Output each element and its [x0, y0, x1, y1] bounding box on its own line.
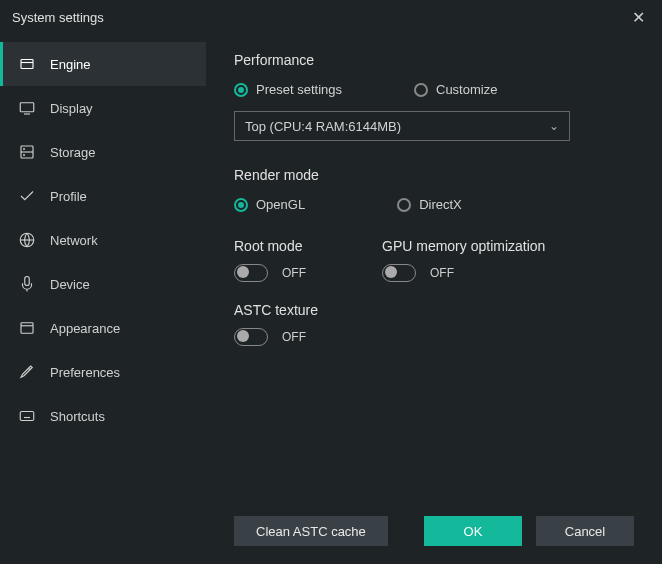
- sidebar-item-profile[interactable]: Profile: [0, 174, 206, 218]
- sidebar-item-engine[interactable]: Engine: [0, 42, 206, 86]
- sidebar-item-label: Network: [50, 233, 98, 248]
- render-radio-row: OpenGL DirectX: [234, 197, 634, 212]
- display-icon: [18, 99, 36, 117]
- svg-rect-13: [20, 412, 34, 421]
- cancel-button[interactable]: Cancel: [536, 516, 634, 546]
- root-mode-state: OFF: [282, 266, 306, 280]
- sidebar-item-device[interactable]: Device: [0, 262, 206, 306]
- preferences-icon: [18, 363, 36, 381]
- radio-circle-icon: [397, 198, 411, 212]
- gpu-optimization-toggle[interactable]: [382, 264, 416, 282]
- device-icon: [18, 275, 36, 293]
- radio-customize[interactable]: Customize: [414, 82, 497, 97]
- profile-icon: [18, 187, 36, 205]
- appearance-icon: [18, 319, 36, 337]
- svg-rect-0: [21, 60, 33, 69]
- radio-circle-icon: [234, 83, 248, 97]
- toggle-knob-icon: [237, 266, 249, 278]
- sidebar-item-label: Display: [50, 101, 93, 116]
- sidebar-item-label: Shortcuts: [50, 409, 105, 424]
- sidebar-item-shortcuts[interactable]: Shortcuts: [0, 394, 206, 438]
- clean-astc-button[interactable]: Clean ASTC cache: [234, 516, 388, 546]
- shortcuts-icon: [18, 407, 36, 425]
- sidebar-item-label: Preferences: [50, 365, 120, 380]
- performance-preset-dropdown[interactable]: Top (CPU:4 RAM:6144MB) ⌄: [234, 111, 570, 141]
- radio-label: Customize: [436, 82, 497, 97]
- sidebar-item-label: Storage: [50, 145, 96, 160]
- svg-point-7: [24, 155, 25, 156]
- sidebar-item-label: Engine: [50, 57, 90, 72]
- engine-icon: [18, 55, 36, 73]
- svg-rect-11: [21, 323, 33, 334]
- content-panel: Performance Preset settings Customize To…: [206, 34, 662, 564]
- radio-circle-icon: [234, 198, 248, 212]
- close-icon: ✕: [632, 8, 645, 27]
- radio-circle-icon: [414, 83, 428, 97]
- sidebar-item-label: Profile: [50, 189, 87, 204]
- radio-label: DirectX: [419, 197, 462, 212]
- sidebar-item-appearance[interactable]: Appearance: [0, 306, 206, 350]
- chevron-down-icon: ⌄: [549, 119, 559, 133]
- gpu-optimization-title: GPU memory optimization: [382, 238, 545, 254]
- window-title: System settings: [12, 10, 104, 25]
- ok-button[interactable]: OK: [424, 516, 522, 546]
- sidebar-item-network[interactable]: Network: [0, 218, 206, 262]
- radio-label: OpenGL: [256, 197, 305, 212]
- svg-rect-2: [20, 103, 34, 112]
- radio-opengl[interactable]: OpenGL: [234, 197, 305, 212]
- sidebar-item-label: Appearance: [50, 321, 120, 336]
- astc-texture-state: OFF: [282, 330, 306, 344]
- astc-texture-title: ASTC texture: [234, 302, 634, 318]
- sidebar-item-storage[interactable]: Storage: [0, 130, 206, 174]
- sidebar-item-display[interactable]: Display: [0, 86, 206, 130]
- root-mode-title: Root mode: [234, 238, 306, 254]
- storage-icon: [18, 143, 36, 161]
- footer: Clean ASTC cache OK Cancel: [234, 500, 634, 564]
- toggle-knob-icon: [385, 266, 397, 278]
- sidebar: Engine Display Storage Profile Network D…: [0, 34, 206, 564]
- dropdown-value: Top (CPU:4 RAM:6144MB): [245, 119, 401, 134]
- toggle-knob-icon: [237, 330, 249, 342]
- svg-point-6: [24, 149, 25, 150]
- close-button[interactable]: ✕: [626, 5, 650, 29]
- svg-rect-10: [25, 277, 30, 286]
- radio-label: Preset settings: [256, 82, 342, 97]
- gpu-optimization-state: OFF: [430, 266, 454, 280]
- sidebar-item-preferences[interactable]: Preferences: [0, 350, 206, 394]
- astc-texture-toggle[interactable]: [234, 328, 268, 346]
- root-mode-toggle[interactable]: [234, 264, 268, 282]
- radio-preset[interactable]: Preset settings: [234, 82, 342, 97]
- render-title: Render mode: [234, 167, 634, 183]
- radio-directx[interactable]: DirectX: [397, 197, 462, 212]
- network-icon: [18, 231, 36, 249]
- performance-radio-row: Preset settings Customize: [234, 82, 634, 97]
- sidebar-item-label: Device: [50, 277, 90, 292]
- titlebar: System settings ✕: [0, 0, 662, 34]
- performance-title: Performance: [234, 52, 634, 68]
